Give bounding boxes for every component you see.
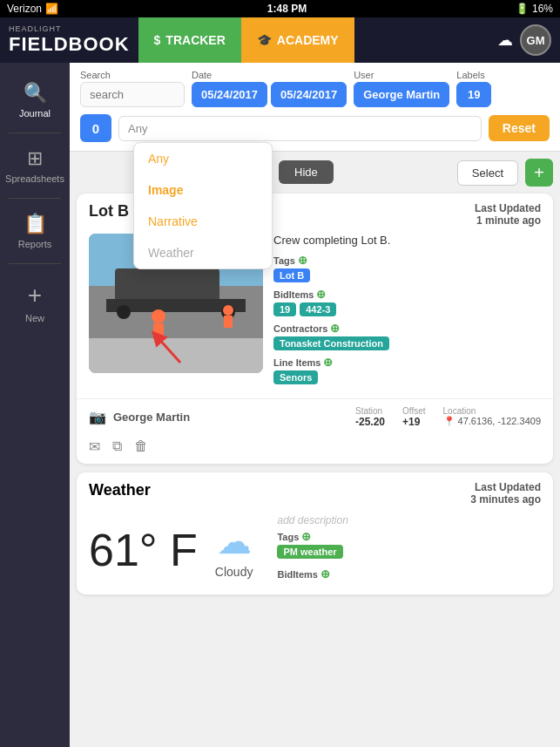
journal-icon: 🔍	[24, 82, 47, 105]
tags-plus-icon[interactable]: ⊕	[298, 254, 307, 267]
lineitems-plus-icon[interactable]: ⊕	[323, 356, 333, 369]
weather-tag: PM weather	[277, 545, 342, 559]
sidebar-divider-2	[9, 198, 61, 199]
contractors-label: Contractors	[273, 323, 327, 334]
tracker-icon: $	[154, 33, 161, 47]
labels-group: Labels 19	[456, 70, 491, 107]
weather-title: Weather	[89, 481, 151, 506]
sidebar-item-spreadsheets[interactable]: ⊞ Spreadsheets	[0, 137, 70, 194]
biditems-plus-icon[interactable]: ⊕	[316, 288, 326, 301]
obs-option-weather[interactable]: Weather	[134, 237, 272, 268]
add-button[interactable]: +	[525, 159, 553, 187]
last-updated-label: Last Updated	[475, 202, 541, 214]
email-icon[interactable]: ✉	[89, 438, 100, 455]
delete-icon[interactable]: 🗑	[134, 438, 148, 455]
cloud-icon[interactable]: ☁	[497, 31, 513, 50]
card-title: Lot B	[89, 202, 129, 221]
svg-rect-3	[115, 268, 219, 303]
search-group: Search	[80, 70, 185, 107]
reports-icon: 📋	[24, 213, 47, 235]
logo-sub: HEADLIGHT	[9, 24, 62, 33]
sidebar-item-new[interactable]: + New	[0, 271, 70, 334]
header-logo: HEADLIGHT FIELDBOOK	[0, 24, 138, 56]
weather-body: 61° F ☁ Cloudy add description Tags ⊕	[77, 506, 553, 594]
sidebar-item-reports[interactable]: 📋 Reports	[0, 202, 70, 260]
obs-option-any[interactable]: Any	[134, 143, 272, 174]
wifi-icon: 📶	[45, 3, 58, 15]
tag: Lot B	[273, 268, 310, 282]
obs-option-narrative[interactable]: Narrative	[134, 206, 272, 237]
footer-left: 📷 George Martin	[89, 409, 190, 425]
labels-button[interactable]: 19	[456, 82, 491, 107]
hide-button[interactable]: Hide	[279, 160, 334, 184]
status-time: 1:48 PM	[267, 3, 307, 15]
sidebar-item-label: Reports	[18, 239, 52, 249]
content-area: Search Date 05/24/2017 05/24/2017 User G…	[70, 63, 560, 747]
add-description[interactable]: add description	[277, 514, 541, 526]
sidebar-item-journal[interactable]: 🔍 Journal	[0, 71, 70, 129]
contractors-row: Tonasket Construction	[273, 336, 541, 350]
biditems-label: BidItems	[273, 289, 314, 300]
sidebar: 🔍 Journal ⊞ Spreadsheets 📋 Reports + New	[0, 63, 70, 747]
last-updated: Last Updated 1 minute ago	[475, 202, 541, 227]
weather-temperature: 61° F	[89, 524, 198, 576]
date-to-button[interactable]: 05/24/2017	[271, 82, 347, 107]
select-button[interactable]: Select	[457, 160, 518, 186]
cloud-weather-icon: ☁	[217, 521, 252, 561]
contractor-tag: Tonasket Construction	[273, 336, 389, 350]
weather-biditems-plus-icon[interactable]: ⊕	[320, 567, 330, 581]
filter-row-2: 0 Reset	[80, 114, 550, 142]
svg-point-7	[152, 309, 165, 323]
academy-tab[interactable]: 🎓 ACADEMY	[241, 17, 354, 63]
sidebar-item-label: New	[25, 313, 44, 323]
weather-header: Weather Last Updated 3 minutes ago	[77, 472, 553, 506]
date-group: Date 05/24/2017 05/24/2017	[192, 70, 347, 107]
contractors-plus-icon[interactable]: ⊕	[330, 322, 340, 335]
location-value: 📍 47.6136, -122.3409	[443, 416, 541, 427]
weather-condition: Cloudy	[215, 565, 253, 579]
new-icon: +	[28, 282, 42, 309]
tracker-tab[interactable]: $ TRACKER	[138, 17, 241, 63]
weather-tags-label: Tags	[277, 532, 299, 542]
app-header: HEADLIGHT FIELDBOOK $ TRACKER 🎓 ACADEMY …	[0, 17, 560, 63]
obs-option-image[interactable]: Image	[134, 174, 272, 206]
crew-text: Crew completing Lot B.	[273, 234, 541, 247]
obs-type-input[interactable]	[118, 116, 482, 141]
svg-point-9	[223, 305, 233, 316]
user-label: User	[354, 70, 449, 80]
status-right: 🔋 16%	[516, 3, 553, 15]
search-input[interactable]	[80, 82, 185, 107]
priority-box[interactable]: 0	[80, 114, 111, 142]
location-label: Location	[443, 406, 541, 416]
lineitems-row: Senors	[273, 370, 541, 384]
station-group: Station -25.20	[355, 406, 385, 428]
card-actions: ✉ ⧉ 🗑	[77, 435, 553, 464]
date-from-button[interactable]: 05/24/2017	[192, 82, 267, 107]
lineitems-section: Line Items ⊕ Senors	[273, 356, 541, 384]
avatar[interactable]: GM	[520, 24, 551, 56]
offset-label: Offset	[402, 406, 426, 416]
carrier: Verizon	[7, 3, 42, 15]
svg-point-5	[117, 305, 131, 319]
main-layout: 🔍 Journal ⊞ Spreadsheets 📋 Reports + New…	[0, 63, 560, 747]
weather-tags-row: PM weather	[277, 545, 541, 559]
filter-bar: Search Date 05/24/2017 05/24/2017 User G…	[70, 63, 560, 152]
card-footer: 📷 George Martin Station -25.20 Offset +1…	[77, 398, 553, 435]
biditems-section: BidItems ⊕ 19 442-3	[273, 288, 541, 316]
station-value: -25.20	[355, 416, 385, 428]
copy-icon[interactable]: ⧉	[112, 438, 122, 455]
tags-label: Tags	[273, 255, 295, 266]
weather-last-updated: Last Updated 3 minutes ago	[470, 481, 541, 506]
status-bar: Verizon 📶 1:48 PM 🔋 16%	[0, 0, 560, 17]
offset-value: +19	[402, 416, 426, 428]
weather-last-updated-label: Last Updated	[470, 481, 541, 493]
date-label: Date	[192, 70, 347, 80]
footer-coords: Station -25.20 Offset +19 Location 📍 47.…	[355, 406, 541, 428]
user-button[interactable]: George Martin	[354, 82, 449, 107]
weather-icon-area: ☁ Cloudy	[215, 521, 253, 579]
card-info: Crew completing Lot B. Tags ⊕ Lot B	[273, 234, 541, 390]
reset-button[interactable]: Reset	[489, 115, 550, 141]
biditem-tag: 442-3	[300, 302, 336, 316]
biditems-row: 19 442-3	[273, 302, 541, 316]
weather-tags-plus-icon[interactable]: ⊕	[301, 530, 311, 543]
